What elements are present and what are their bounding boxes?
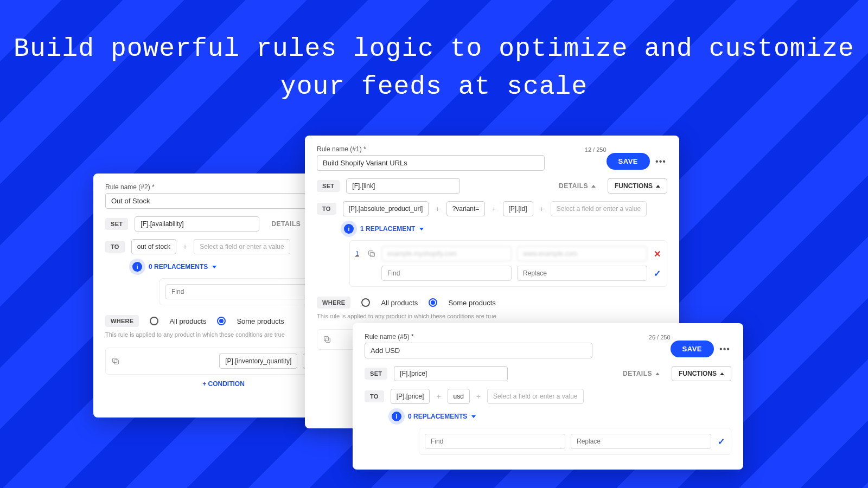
condition-field[interactable]: [P].[inventory_quantity] <box>219 354 297 369</box>
headline: Build powerful rules logic to optimize a… <box>0 0 868 106</box>
to-value-token[interactable]: out of stock <box>131 239 176 254</box>
delete-icon[interactable]: ✕ <box>653 249 661 259</box>
radio-some-label: Some products <box>237 317 284 325</box>
details-label: DETAILS <box>559 182 588 190</box>
replacements-count: 1 REPLACEMENT <box>360 225 415 233</box>
replacements-toggle[interactable]: 0 REPLACEMENTS <box>408 413 476 420</box>
details-button[interactable]: DETAILS <box>266 217 306 231</box>
svg-rect-1 <box>113 358 117 363</box>
details-button[interactable]: DETAILS <box>617 367 665 381</box>
confirm-icon[interactable]: ✓ <box>653 268 661 279</box>
confirm-icon[interactable]: ✓ <box>717 436 725 447</box>
svg-rect-4 <box>326 338 330 342</box>
replacement-index[interactable]: 1 <box>355 250 362 258</box>
functions-button[interactable]: FUNCTIONS <box>608 178 667 194</box>
radio-all-label: All products <box>169 317 206 325</box>
copy-icon[interactable] <box>323 335 331 344</box>
set-label: SET <box>365 368 387 380</box>
to-add-field[interactable]: Select a field or enter a value <box>487 389 583 404</box>
replacements-toggle[interactable]: 0 REPLACEMENTS <box>149 263 216 271</box>
plus-icon: + <box>492 204 496 213</box>
replacement-replace-existing[interactable]: www.example.com <box>517 246 647 261</box>
where-label: WHERE <box>317 297 350 309</box>
replace-input[interactable] <box>571 434 711 449</box>
plus-icon: + <box>183 242 187 251</box>
save-button[interactable]: SAVE <box>607 153 650 170</box>
to-label: TO <box>317 203 336 215</box>
find-input[interactable] <box>381 266 512 281</box>
radio-all-products[interactable] <box>361 298 370 307</box>
radio-some-products[interactable] <box>217 317 226 325</box>
to-label: TO <box>365 390 384 402</box>
functions-label: FUNCTIONS <box>679 370 717 377</box>
chevron-up-icon <box>591 185 596 188</box>
set-field-token[interactable]: [F].[price] <box>394 366 508 381</box>
chevron-down-icon <box>471 415 476 418</box>
set-field-token[interactable]: [F].[availability] <box>135 216 259 232</box>
set-label: SET <box>317 180 340 192</box>
rule-name-label: Rule name (#1) * 12 / 250 <box>317 145 607 153</box>
chevron-down-icon <box>212 266 216 268</box>
find-input[interactable] <box>425 434 565 449</box>
where-label: WHERE <box>105 315 139 327</box>
rule-name-count: 12 / 250 <box>585 146 607 153</box>
svg-rect-2 <box>370 252 374 256</box>
info-icon: i <box>132 262 142 272</box>
to-add-field[interactable]: Select a field or enter a value <box>551 201 647 216</box>
rule-card-5: Rule name (#5) * 26 / 250 SAVE ••• SET [… <box>353 323 743 470</box>
functions-button[interactable]: FUNCTIONS <box>672 366 731 381</box>
replacements-count: 0 REPLACEMENTS <box>149 263 208 271</box>
save-button[interactable]: SAVE <box>671 341 714 357</box>
rule-name-input[interactable] <box>317 155 545 171</box>
rule-name-input[interactable] <box>365 343 592 358</box>
to-token-3[interactable]: [P].[id] <box>503 201 533 216</box>
svg-rect-5 <box>324 337 329 341</box>
radio-all-products[interactable] <box>150 317 158 325</box>
more-icon[interactable]: ••• <box>654 155 667 168</box>
rule-name-label-text: Rule name (#1) * <box>317 145 366 153</box>
more-icon[interactable]: ••• <box>718 343 731 356</box>
radio-some-label: Some products <box>448 299 495 307</box>
radio-some-products[interactable] <box>429 298 437 307</box>
to-add-field[interactable]: Select a field or enter a value <box>194 239 290 254</box>
svg-rect-0 <box>114 359 118 364</box>
info-icon: i <box>344 224 354 234</box>
details-label: DETAILS <box>623 370 652 377</box>
replacement-find-existing[interactable]: example.myshopify.com <box>381 246 512 261</box>
set-label: SET <box>105 218 128 230</box>
plus-icon: + <box>476 392 481 401</box>
to-token-1[interactable]: [P].[price] <box>391 389 430 404</box>
rule-name-label: Rule name (#5) * 26 / 250 <box>365 333 671 341</box>
chevron-up-icon <box>720 373 724 375</box>
rule-name-label-text: Rule name (#5) * <box>365 333 414 341</box>
chevron-up-icon <box>655 373 660 375</box>
to-token-1[interactable]: [P].[absolute_product_url] <box>343 201 429 216</box>
rule-name-input[interactable] <box>105 193 333 209</box>
rule-name-count: 26 / 250 <box>649 334 671 341</box>
plus-icon: + <box>540 204 544 213</box>
chevron-up-icon <box>656 185 660 188</box>
radio-all-label: All products <box>381 299 418 307</box>
to-label: TO <box>105 241 125 253</box>
svg-rect-3 <box>369 251 373 255</box>
where-hint: This rule is applied to any product in w… <box>317 313 667 319</box>
details-button[interactable]: DETAILS <box>553 179 601 193</box>
plus-icon: + <box>435 204 439 213</box>
copy-icon[interactable] <box>367 249 376 258</box>
to-token-2[interactable]: ?variant= <box>446 201 486 216</box>
copy-icon[interactable] <box>111 357 120 365</box>
info-icon: i <box>392 412 401 421</box>
replace-input[interactable] <box>517 266 647 281</box>
details-label: DETAILS <box>271 220 301 228</box>
functions-label: FUNCTIONS <box>615 182 653 190</box>
plus-icon: + <box>436 392 441 401</box>
replacements-count: 0 REPLACEMENTS <box>408 413 467 420</box>
set-field-token[interactable]: [F].[link] <box>346 178 460 194</box>
to-token-2[interactable]: usd <box>448 389 470 404</box>
replacements-toggle[interactable]: 1 REPLACEMENT <box>360 225 424 233</box>
chevron-down-icon <box>419 228 424 230</box>
